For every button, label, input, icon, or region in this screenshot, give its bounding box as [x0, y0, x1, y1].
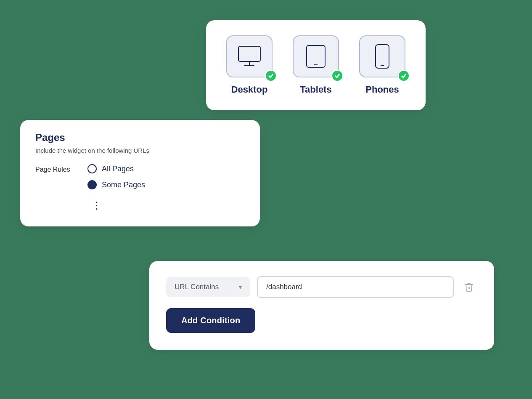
radio-option-all-pages[interactable]: All Pages [87, 164, 145, 173]
phones-check-badge [398, 70, 410, 82]
phones-label: Phones [365, 84, 399, 95]
svg-rect-0 [238, 46, 260, 61]
tablets-label: Tablets [300, 84, 331, 95]
url-contains-select[interactable]: URL Contains ▾ [166, 277, 250, 297]
pages-title: Pages [35, 132, 245, 144]
desktop-label: Desktop [231, 84, 268, 95]
desktop-check-badge [265, 70, 277, 82]
add-condition-button[interactable]: Add Condition [166, 308, 255, 333]
page-rules-row: Page Rules All Pages Some Pages ⋮ [35, 164, 245, 211]
desktop-icon-wrapper [226, 35, 273, 77]
phones-icon [369, 43, 396, 70]
svg-rect-5 [376, 45, 389, 68]
radio-options: All Pages Some Pages ⋮ [87, 164, 145, 211]
url-input[interactable] [257, 276, 454, 298]
phones-icon-wrapper [359, 35, 405, 77]
device-item-desktop[interactable]: Desktop [226, 35, 273, 95]
radio-circle-some-pages [87, 180, 97, 189]
condition-row: URL Contains ▾ [166, 276, 477, 298]
desktop-icon [236, 43, 263, 70]
radio-label-some-pages: Some Pages [102, 181, 145, 189]
chevron-down-icon: ▾ [239, 284, 242, 290]
radio-label-all-pages: All Pages [102, 165, 134, 173]
device-item-phones[interactable]: Phones [359, 35, 405, 95]
delete-condition-button[interactable] [461, 279, 477, 295]
tablets-check-badge [331, 70, 343, 82]
tablets-icon-wrapper [293, 35, 339, 77]
trash-icon [464, 282, 474, 292]
pages-subtitle: Include the widget on the following URLs [35, 147, 245, 154]
url-contains-label: URL Contains [175, 283, 219, 291]
page-rules-label: Page Rules [35, 164, 77, 173]
svg-rect-3 [307, 45, 325, 67]
device-card: Desktop Tablets Phones [206, 20, 426, 110]
device-item-tablets[interactable]: Tablets [293, 35, 339, 95]
condition-card: URL Contains ▾ Add Condition [149, 261, 494, 350]
radio-circle-all-pages [87, 164, 97, 173]
dots-indicator: ⋮ [87, 200, 145, 211]
tablets-icon [302, 43, 329, 70]
pages-card: Pages Include the widget on the followin… [20, 120, 260, 226]
radio-option-some-pages[interactable]: Some Pages [87, 180, 145, 189]
